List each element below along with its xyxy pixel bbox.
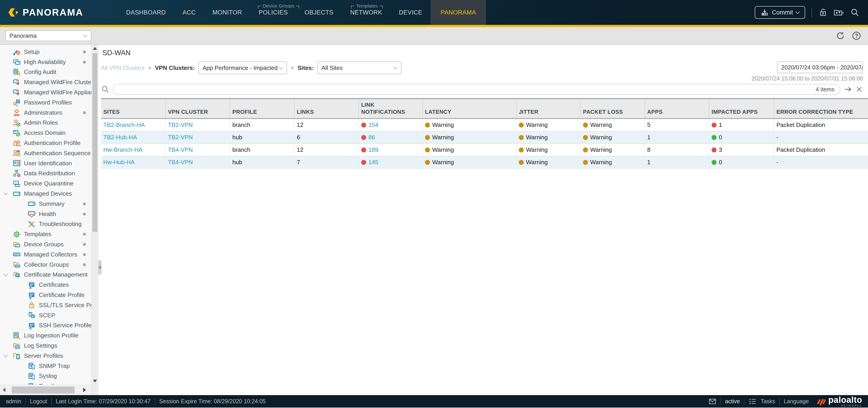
vertical-scroll-thumb[interactable] [92,53,97,232]
sidebar-item-server-profiles[interactable]: Server Profiles [0,351,91,361]
amber-status-dot-icon [519,135,524,140]
horizontal-scroll-thumb[interactable] [12,386,74,394]
nav-tab-dashboard[interactable]: DASHBOARD [118,0,174,25]
config-lock-button[interactable] [818,8,827,17]
sidebar-item-managed-collectors[interactable]: Managed Collectors [0,250,91,260]
cell-link[interactable]: TB4-VPN [168,159,193,166]
sidebar-item-authentication-sequence[interactable]: Authentication Sequence [0,148,91,158]
nav-tab-panorama[interactable]: PANORAMA [431,0,486,25]
sidebar-item-label: Device Groups [24,241,64,248]
date-range-select[interactable]: 2020/07/24 03:06pm - 2020/07/31 03:06pm [777,61,863,73]
search-input[interactable]: 4 items [113,84,840,95]
sidebar-collapse-handle[interactable] [98,260,101,274]
cell-text: Warning [432,146,454,153]
sidebar-item-device-quarantine[interactable]: Device Quarantine [0,178,91,188]
nav-tab-objects[interactable]: OBJECTS [296,0,342,25]
sidebar-item-summary[interactable]: Summary [0,199,91,209]
sidebar-item-certificate-management[interactable]: Certificate Management [0,270,91,280]
sidebar-item-health[interactable]: Health [0,209,91,219]
cell-link[interactable]: 86 [368,134,375,141]
cell-packet-loss: Warning [581,131,645,144]
check-in-out-button[interactable] [834,8,844,17]
sidebar-item-device-groups[interactable]: Device Groups [0,239,91,250]
column-header-vpn-cluster[interactable]: VPN CLUSTER [165,98,230,118]
sidebar-item-user-identification[interactable]: User Identification [0,158,91,169]
sidebar-item-collector-groups[interactable]: Collector Groups [0,260,91,270]
cell-link[interactable]: TB2-VPN [168,121,193,128]
sidebar-item-scep[interactable]: SCEP [0,310,91,320]
nav-tab-monitor[interactable]: MONITOR [204,0,250,25]
cell-link[interactable]: 189 [368,146,378,153]
commit-button[interactable]: Commit [755,6,805,19]
sidebar-item-templates[interactable]: Templates [0,229,91,239]
language-link[interactable]: Language [784,398,809,405]
tasks-link[interactable]: Tasks [761,398,775,405]
cell-link[interactable]: TB4-VPN [168,146,193,153]
apply-filter-arrow-icon[interactable] [844,85,852,94]
nav-tab-device[interactable]: DEVICE [391,0,431,25]
sidebar-item-managed-wildfire-appliances[interactable]: Managed WildFire Appliances [0,87,91,97]
global-search-button[interactable] [850,8,860,17]
refresh-icon[interactable] [835,31,845,40]
sidebar-item-syslog[interactable]: Syslog [0,371,91,381]
breadcrumb-separator: > [291,65,294,71]
cell-link[interactable]: TB2-VPN [168,134,193,141]
column-header-jitter[interactable]: JITTER [516,98,581,118]
logout-link[interactable]: Logout [30,398,47,405]
scroll-down-icon[interactable] [93,380,97,382]
column-header-error-correction-type[interactable]: ERROR CORRECTION TYPE [774,98,868,118]
clear-filter-icon[interactable] [855,86,863,93]
sidebar-item-admin-roles[interactable]: Admin Roles [0,118,91,128]
sites-select[interactable]: All Sites [317,61,401,74]
cell-link[interactable]: Hw-Branch-HA [103,146,143,153]
sidebar-item-config-audit[interactable]: Config Audit [0,67,91,77]
cell-link[interactable]: Hw-Hub-HA [103,159,135,166]
cell-link[interactable]: 145 [368,159,378,166]
scroll-up-icon[interactable] [93,47,97,50]
scroll-right-icon[interactable] [83,388,86,392]
sidebar-item-high-availability[interactable]: High Availability [0,57,91,67]
sidebar-item-ssl-tls-service-profile[interactable]: SSL/TLS Service Profile [0,300,91,310]
sidebar-item-access-domain[interactable]: Access Domain [0,128,91,138]
messages-envelope-icon[interactable] [708,397,717,406]
sidebar-item-ssh-service-profile[interactable]: SSH Service Profile [0,320,91,331]
breadcrumb-all-vpn-clusters[interactable]: All VPN Clusters [101,64,145,71]
sidebar-item-log-settings[interactable]: Log Settings [0,341,91,351]
sidebar-vertical-scrollbar[interactable] [91,45,98,395]
chevron-down-icon[interactable] [3,272,8,276]
chevron-down-icon[interactable] [3,353,8,357]
column-header-impacted-apps[interactable]: IMPACTED APPS [709,98,774,118]
column-header-latency[interactable]: LATENCY [423,98,516,118]
sidebar-horizontal-scrollbar[interactable] [0,385,91,395]
sidebar-item-log-ingestion-profile[interactable]: Log Ingestion Profile [0,330,91,341]
scroll-left-icon[interactable] [3,388,5,392]
chevron-down-icon[interactable] [3,191,8,195]
cell-link[interactable]: 154 [368,121,378,128]
context-selector[interactable]: Panorama [5,30,91,41]
sidebar-item-troubleshooting[interactable]: Troubleshooting [0,219,91,229]
column-header-apps[interactable]: APPS [645,98,709,118]
column-header-packet-loss[interactable]: PACKET LOSS [581,98,645,118]
column-header-links[interactable]: LINKS [294,98,359,118]
sidebar-item-managed-wildfire-clusters[interactable]: Managed WildFire Clusters [0,77,91,87]
cell-link[interactable]: TB2-Hub-HA [103,134,137,141]
sidebar-item-administrators[interactable]: Administrators [0,108,91,118]
sidebar-item-snmp-trap[interactable]: SNMP Trap [0,361,91,371]
help-icon[interactable] [852,31,861,40]
cell-profile: branch [230,144,294,156]
sidebar-item-setup[interactable]: Setup [0,47,91,57]
column-header-link-notifications[interactable]: LINK NOTIFICATIONS [359,98,423,118]
vpn-clusters-select[interactable]: App Performance - Impacted [198,61,287,74]
cell-link[interactable]: TB2-Branch-HA [103,121,145,128]
column-header-profile[interactable]: PROFILE [230,98,294,118]
sidebar-item-label: Syslog [39,373,57,379]
nav-tab-acc[interactable]: ACC [174,0,204,25]
column-header-sites[interactable]: SITES [101,98,165,118]
sidebar-item-authentication-profile[interactable]: Authentication Profile [0,138,91,148]
sidebar-item-certificates[interactable]: Certificates [0,280,91,290]
sidebar-item-password-profiles[interactable]: Password Profiles [0,97,91,108]
sidebar-item-data-redistribution[interactable]: Data Redistribution [0,169,91,179]
tasks-checklist-icon[interactable] [748,397,756,406]
sidebar-item-managed-devices[interactable]: Managed Devices [0,188,91,199]
sidebar-item-certificate-profile[interactable]: Certificate Profile [0,290,91,300]
